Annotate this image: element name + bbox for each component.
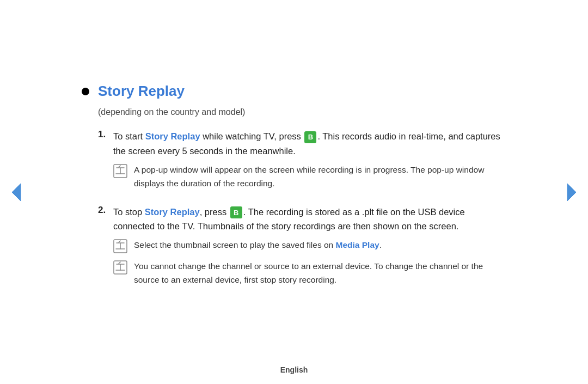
story-replay-link-1: Story Replay xyxy=(145,131,200,141)
b-button-2: B xyxy=(230,206,242,218)
svg-marker-1 xyxy=(567,184,576,201)
page-container: Story Replay (depending on the country a… xyxy=(0,0,588,384)
note-block-2b: You cannot change the channel or source … xyxy=(113,260,506,287)
list-item: 1. To start Story Replay while watching … xyxy=(98,129,506,193)
numbered-list: 1. To start Story Replay while watching … xyxy=(98,129,506,290)
note-text-2a: Select the thumbnail screen to play the … xyxy=(134,239,382,252)
story-replay-link-2: Story Replay xyxy=(145,207,200,217)
note-icon-1 xyxy=(113,164,128,179)
item-content-1: To start Story Replay while watching TV,… xyxy=(113,129,506,193)
note-icon-2b xyxy=(113,260,128,276)
b-button-1: B xyxy=(304,131,316,143)
nav-arrow-left[interactable] xyxy=(7,182,26,202)
list-item-2: 2. To stop Story Replay, press B. The re… xyxy=(98,205,506,290)
item-number-2: 2. xyxy=(98,205,113,216)
note-block-2a: Select the thumbnail screen to play the … xyxy=(113,239,506,254)
note-icon-2a xyxy=(113,239,128,254)
svg-line-5 xyxy=(119,241,120,242)
svg-marker-0 xyxy=(12,184,21,201)
language-footer: English xyxy=(280,365,308,374)
nav-arrow-right[interactable] xyxy=(562,182,581,202)
item-number-1: 1. xyxy=(98,129,113,140)
section-title: Story Replay xyxy=(98,83,185,100)
item-text-2: To stop Story Replay, press B. The recor… xyxy=(113,205,506,234)
subtitle: (depending on the country and model) xyxy=(98,107,506,117)
language-label: English xyxy=(280,365,308,374)
section-title-row: Story Replay xyxy=(82,83,506,100)
bullet-dot xyxy=(82,88,89,95)
media-play-link: Media Play xyxy=(336,240,379,249)
note-text-2b: You cannot change the channel or source … xyxy=(134,260,506,287)
svg-line-7 xyxy=(119,262,120,264)
svg-line-3 xyxy=(119,166,120,167)
note-text-1: A pop-up window will appear on the scree… xyxy=(134,163,506,191)
note-block-1: A pop-up window will appear on the scree… xyxy=(113,163,506,191)
content-area: Story Replay (depending on the country a… xyxy=(71,66,517,318)
item-content-2: To stop Story Replay, press B. The recor… xyxy=(113,205,506,290)
item-text-1: To start Story Replay while watching TV,… xyxy=(113,129,506,158)
